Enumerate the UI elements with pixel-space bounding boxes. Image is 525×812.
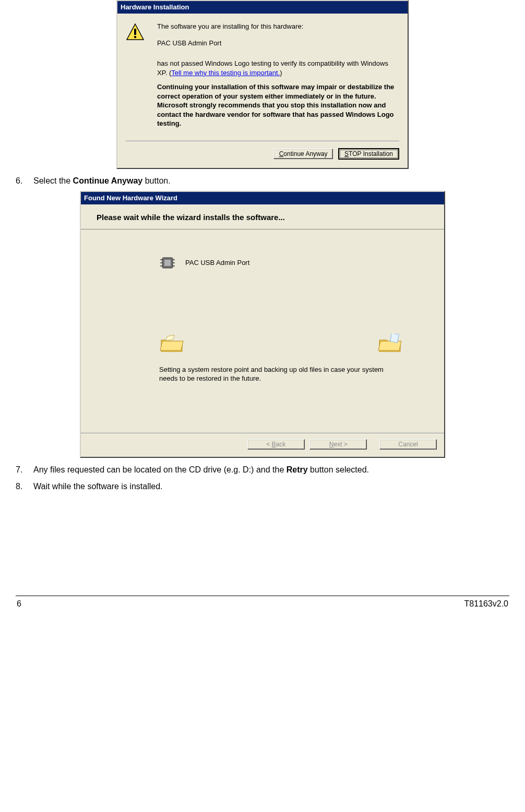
continue-anyway-button[interactable]: Continue Anyway xyxy=(273,149,333,159)
svg-point-2 xyxy=(134,36,136,38)
warning-intro-line: The software you are installing for this… xyxy=(157,22,399,31)
compatibility-line: has not passed Windows Logo testing to v… xyxy=(157,59,399,77)
dialog-title: Found New Hardware Wizard xyxy=(81,192,444,204)
step-number: 6. xyxy=(16,176,33,186)
page-footer: 6 T81163v2.0 xyxy=(16,599,509,619)
dialog-title: Hardware Installation xyxy=(117,1,408,14)
footer-rule xyxy=(16,596,509,596)
step-text: Any files requested can be located on th… xyxy=(33,465,509,475)
step-8: 8. Wait while the software is installed. xyxy=(16,482,509,491)
stop-installation-button[interactable]: STOP Installation xyxy=(338,148,399,160)
step-number: 8. xyxy=(16,482,33,491)
device-icon xyxy=(159,254,176,271)
step-number: 7. xyxy=(16,465,33,475)
step-7: 7. Any files requested can be located on… xyxy=(16,465,509,475)
svg-rect-1 xyxy=(134,29,136,35)
svg-rect-11 xyxy=(390,334,399,343)
device-name: PAC USB Admin Port xyxy=(157,39,399,48)
svg-rect-4 xyxy=(164,260,171,266)
page-number: 6 xyxy=(17,599,21,609)
next-button: Next > xyxy=(309,439,367,450)
wizard-body: PAC USB Admin Port S xyxy=(81,229,444,433)
device-name: PAC USB Admin Port xyxy=(185,259,249,266)
step-text: Select the Continue Anyway button. xyxy=(33,176,509,186)
doc-id: T81163v2.0 xyxy=(464,599,508,609)
folder-source-icon xyxy=(159,334,184,355)
step-text: Wait while the software is installed. xyxy=(33,482,509,491)
wizard-status-text: Setting a system restore point and backi… xyxy=(159,365,392,383)
hardware-installation-dialog: Hardware Installation The software you a… xyxy=(116,0,409,169)
dialog-body: The software you are installing for this… xyxy=(117,14,408,128)
back-button: < Back xyxy=(247,439,305,450)
step-6: 6. Select the Continue Anyway button. xyxy=(16,176,509,186)
warning-icon xyxy=(126,23,145,42)
warning-bold-text: Continuing your installation of this sof… xyxy=(157,82,399,128)
why-testing-link[interactable]: Tell me why this testing is important. xyxy=(171,69,280,77)
wizard-heading: Please wait while the wizard installs th… xyxy=(81,204,444,229)
found-new-hardware-wizard-dialog: Found New Hardware Wizard Please wait wh… xyxy=(80,191,445,458)
cancel-button: Cancel xyxy=(379,439,437,450)
folder-dest-icon xyxy=(377,334,402,355)
